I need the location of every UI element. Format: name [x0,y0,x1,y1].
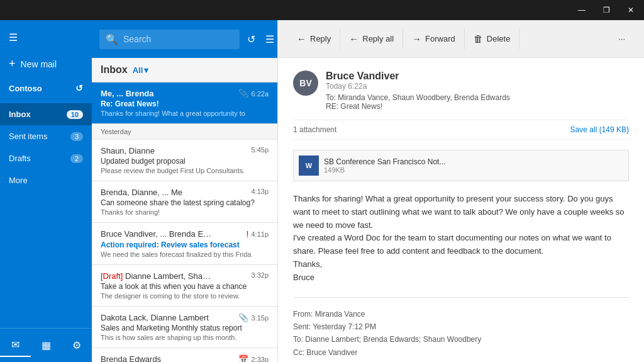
attachment-count: 1 attachment [293,125,336,134]
word-file-icon: W [299,156,319,176]
forward-label: Forward [425,34,455,43]
email-preview: Please review the budget First Up Consul… [101,167,269,174]
search-toolbar: 🔍 ↺ ☰ [92,20,277,58]
drafts-label: Drafts [9,154,31,163]
app-layout: ☰ + New mail Contoso ↺ Inbox 10 Sent ite… [0,20,644,362]
settings-footer-btn[interactable]: ⚙ [61,334,92,357]
email-subject: Updated budget proposal [101,157,269,166]
inbox-label: Inbox [9,110,31,119]
hamburger-button[interactable]: ☰ [0,25,92,50]
chevron-down-icon: ▾ [144,65,148,75]
forward-icon: → [412,33,421,44]
email-preview: Thanks for sharing! [101,208,269,216]
inbox-badge: 10 [67,110,83,119]
sent-badge: 3 [70,132,83,141]
email-timestamp: Today 6:22a [326,82,629,91]
email-subject: Re: Great News! [101,99,269,108]
email-subject: Sales and Marketing Monthly status repor… [101,324,269,332]
email-sender: Dakota Lack, Dianne Lambert [101,313,209,322]
date-separator: Yesterday [92,124,277,140]
email-item-2[interactable]: Shaun, Dianne 5:45p Updated budget propo… [92,140,277,181]
email-item-6[interactable]: Dakota Lack, Dianne Lambert 📎 3:15p Sale… [92,307,277,348]
email-item-3[interactable]: Brenda, Dianne, ... Me 4:13p Can someone… [92,181,277,223]
minimize-button[interactable]: — [573,3,591,17]
attachment-bar: 1 attachment Save all (149 KB) [293,120,629,140]
email-view: ← Reply ← Reply all → Forward 🗑 Delete ·… [278,20,644,362]
forwarded-sent: Sent: Yesterday 7:12 PM [293,320,629,333]
email-preview: The designer is coming to the store to r… [101,292,269,300]
close-button[interactable]: ✕ [623,3,639,17]
email-time: 6:22a [251,90,269,98]
sidebar-item-inbox[interactable]: Inbox 10 [0,103,92,125]
email-subject: Take a look at this when you have a chan… [101,282,269,291]
calendar-icon: 📅 [238,354,248,362]
reply-all-icon: ← [349,33,358,44]
email-time: 4:13p [251,188,269,195]
email-preview: Thanks for sharing! What a great opportu… [101,110,269,117]
forwarded-cc: Cc: Bruce Vandiver [293,346,629,359]
forwarded-subject: Subject: RE: Great news! [293,359,629,362]
view-toolbar: ← Reply ← Reply all → Forward 🗑 Delete ·… [278,20,644,58]
email-time: 3:15p [251,314,269,322]
email-time: 5:45p [251,146,269,154]
email-preview: This is how sales are shaping up this mo… [101,334,269,341]
delete-button[interactable]: 🗑 Delete [465,28,520,49]
new-mail-button[interactable]: + New mail [0,50,92,78]
sent-label: Sent items [9,132,47,141]
delete-label: Delete [487,34,511,43]
sidebar-item-drafts[interactable]: Drafts 2 [0,147,92,169]
email-sender: Shaun, Dianne [101,146,155,156]
filter-button[interactable]: All ▾ [133,65,149,75]
mail-footer-btn[interactable]: ✉ [0,334,31,357]
email-item-1[interactable]: Me, ... Brenda 📎 6:22a Re: Great News! T… [92,82,277,124]
inbox-title: Inbox [101,64,128,76]
to-line: To: Miranda Vance, Shaun Woodbery, Brend… [326,93,629,102]
refresh-toolbar-icon[interactable]: ↺ [245,31,258,48]
email-item-5[interactable]: [Draft] Dianne Lambert, Shaun Woo 3:32p … [92,265,277,307]
title-bar: — ❐ ✕ [0,0,644,20]
avatar: BV [293,71,318,96]
sidebar-item-sent[interactable]: Sent items 3 [0,125,92,147]
reply-button[interactable]: ← Reply [288,28,340,49]
email-body: Thanks for sharing! What a great opportu… [293,193,629,285]
new-mail-label: New mail [21,59,57,69]
refresh-icon[interactable]: ↺ [75,83,83,93]
reply-label: Reply [310,34,331,43]
maximize-button[interactable]: ❐ [598,3,615,17]
calendar-footer-btn[interactable]: ▦ [31,334,62,357]
attachment-icon: 📎 [238,313,248,322]
sidebar: ☰ + New mail Contoso ↺ Inbox 10 Sent ite… [0,20,92,362]
attachment-file[interactable]: W SB Conference San Francisco Not... 149… [293,150,629,181]
email-meta: Bruce Vandiver Today 6:22a To: Miranda V… [326,71,629,111]
subject-line: RE: Great News! [326,102,629,111]
email-sender: Me, ... Brenda [101,89,154,98]
filter-toolbar-icon[interactable]: ☰ [263,31,277,48]
drafts-badge: 2 [70,154,83,163]
attachment-icon: 📎 [238,89,248,98]
search-box[interactable]: 🔍 [99,30,240,49]
email-preview: We need the sales forecast finalized by … [101,251,269,258]
email-header: BV Bruce Vandiver Today 6:22a To: Mirand… [293,71,629,111]
email-time: 3:32p [251,271,269,279]
email-item-7[interactable]: Brenda Edwards 📅 2:33p Sync with Tony: O… [92,348,277,362]
email-sender: [Draft] Dianne Lambert, Shaun Woo [101,271,214,281]
save-all-link[interactable]: Save all (149 KB) [570,125,629,134]
email-content: BV Bruce Vandiver Today 6:22a To: Mirand… [278,58,644,362]
forward-button[interactable]: → Forward [403,28,465,49]
sidebar-footer: ✉ ▦ ⚙ [0,328,92,362]
forwarded-to: To: Dianne Lambert; Brenda Edwards; Shau… [293,333,629,346]
file-name: SB Conference San Francisco Not... [324,157,445,166]
account-name: Contoso [9,84,42,93]
file-size: 149KB [324,166,445,174]
file-info: SB Conference San Francisco Not... 149KB [324,157,445,174]
search-input[interactable] [123,34,233,44]
more-button[interactable]: More [0,169,92,191]
important-icon: ! [247,229,249,239]
email-item-4[interactable]: Bruce Vandiver, ... Brenda Edwards ! 4:1… [92,223,277,265]
reply-all-button[interactable]: ← Reply all [340,28,403,49]
more-actions-button[interactable]: ··· [609,29,634,48]
email-subject: Can someone share the latest spring cata… [101,198,269,207]
forwarded-header: From: Miranda Vance Sent: Yesterday 7:12… [293,308,629,362]
account-row: Contoso ↺ [0,78,92,98]
email-time: 2:33p [251,356,269,363]
